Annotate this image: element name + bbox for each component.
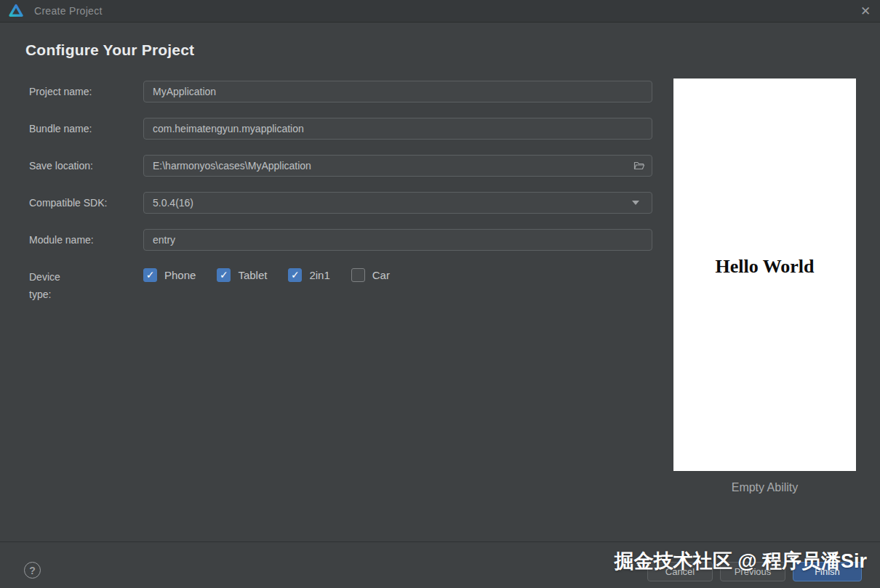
bundle-name-input[interactable] — [143, 118, 652, 140]
device-option-tablet[interactable]: Tablet — [217, 268, 267, 282]
phone-checkbox-label: Phone — [164, 269, 196, 281]
device-type-label: Device type: — [29, 268, 60, 286]
window-title: Create Project — [34, 5, 103, 17]
compatible-sdk-label: Compatible SDK: — [29, 192, 107, 214]
compatible-sdk-value[interactable] — [143, 192, 652, 214]
footer-bar: ? 掘金技术社区 @ 程序员潘Sir Cancel Previous Finis… — [0, 541, 880, 588]
titlebar: Create Project ✕ — [0, 0, 880, 23]
finish-button[interactable]: Finish — [793, 562, 862, 581]
save-location-field-wrap — [143, 155, 652, 177]
preview-caption: Empty Ability — [673, 481, 856, 494]
module-name-field-wrap — [143, 229, 652, 251]
tablet-checkbox-label: Tablet — [238, 269, 267, 281]
phone-checkbox[interactable] — [143, 268, 157, 282]
device-option-2in1[interactable]: 2in1 — [288, 268, 329, 282]
project-name-label: Project name: — [29, 81, 92, 102]
footer-buttons: Cancel Previous Finish — [640, 562, 862, 581]
tablet-checkbox[interactable] — [217, 268, 231, 282]
help-icon[interactable]: ? — [24, 562, 41, 579]
cancel-button[interactable]: Cancel — [647, 562, 713, 581]
module-name-label: Module name: — [29, 229, 94, 251]
project-name-input[interactable] — [143, 81, 652, 102]
create-project-dialog: Create Project ✕ Configure Your Project … — [0, 0, 880, 588]
preview-hello-world-text: Hello World — [715, 256, 814, 278]
device-preview: Hello World — [673, 78, 856, 471]
2in1-checkbox-label: 2in1 — [309, 269, 329, 281]
car-checkbox[interactable] — [351, 268, 365, 282]
device-option-car[interactable]: Car — [351, 268, 390, 282]
device-type-options: Phone Tablet 2in1 Car — [143, 268, 411, 282]
close-icon[interactable]: ✕ — [855, 1, 876, 20]
bundle-name-field-wrap — [143, 118, 652, 140]
save-location-label: Save location: — [29, 155, 93, 177]
device-option-phone[interactable]: Phone — [143, 268, 196, 282]
previous-button[interactable]: Previous — [720, 562, 785, 581]
deveco-studio-logo-icon — [9, 4, 23, 18]
open-folder-icon[interactable] — [633, 160, 645, 172]
module-name-input[interactable] — [143, 229, 652, 251]
chevron-down-icon[interactable] — [632, 201, 639, 205]
2in1-checkbox[interactable] — [288, 268, 302, 282]
compatible-sdk-dropdown[interactable] — [143, 192, 652, 214]
car-checkbox-label: Car — [372, 269, 390, 281]
bundle-name-label: Bundle name: — [29, 118, 92, 140]
dialog-content: Configure Your Project Project name: Bun… — [0, 23, 880, 541]
page-title: Configure Your Project — [25, 41, 194, 59]
project-name-field-wrap — [143, 81, 652, 102]
save-location-input[interactable] — [143, 155, 652, 177]
